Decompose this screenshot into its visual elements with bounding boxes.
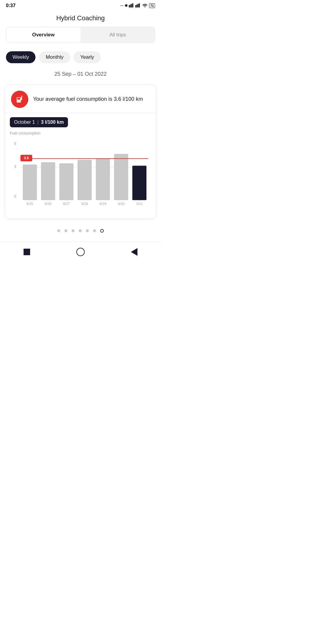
svg-point-12 <box>21 96 22 97</box>
card-description: Your average fuel consumption is 3.6 l/1… <box>33 95 143 103</box>
pagination-dot-2 <box>64 229 67 232</box>
signal-bars-icon <box>129 3 134 8</box>
svg-text:9/27: 9/27 <box>63 202 70 206</box>
circle-icon <box>76 248 85 256</box>
bar-9-25 <box>23 165 37 200</box>
svg-text:9/29: 9/29 <box>100 202 106 206</box>
bluetooth-icon: ✱ <box>125 4 128 8</box>
bar-9-27 <box>59 163 73 200</box>
status-bar: 0:37 ··· ✱ 71 <box>0 0 161 10</box>
page-title: Hybrid Coaching <box>0 10 161 27</box>
bar-9-30 <box>114 154 128 200</box>
wifi-icon <box>142 3 148 8</box>
square-icon <box>24 249 30 255</box>
svg-text:10/1: 10/1 <box>136 202 143 206</box>
svg-text:0: 0 <box>14 194 16 199</box>
tooltip-divider: | <box>37 120 38 125</box>
bar-9-26 <box>41 162 55 200</box>
nav-back-button[interactable] <box>129 247 140 257</box>
fuel-pump-icon <box>15 95 24 104</box>
fuel-icon-circle <box>11 91 28 108</box>
svg-rect-2 <box>131 4 132 7</box>
svg-text:9/26: 9/26 <box>45 202 52 206</box>
svg-rect-7 <box>139 3 140 7</box>
chart-container: Fuel consumption 5 3 0 <box>5 129 156 219</box>
status-icons: ··· ✱ 71 <box>120 3 155 8</box>
bar-9-28 <box>78 160 92 200</box>
pagination-dot-7 <box>100 229 104 233</box>
svg-rect-6 <box>138 4 139 7</box>
card-header: Your average fuel consumption is 3.6 l/1… <box>5 85 156 113</box>
battery-icon: 71 <box>149 3 155 8</box>
period-filter: Weekly Monthly Yearly <box>0 43 161 66</box>
bar-9-29 <box>96 159 110 200</box>
status-time: 0:37 <box>6 3 16 8</box>
svg-text:3: 3 <box>14 164 16 169</box>
pagination-dot-3 <box>72 229 75 232</box>
tooltip-value: 3 l/100 km <box>41 120 64 125</box>
svg-text:9/28: 9/28 <box>81 202 88 206</box>
svg-rect-0 <box>129 5 130 7</box>
tab-switcher: Overview All trips <box>6 27 155 43</box>
signal-dots-icon: ··· <box>120 4 123 8</box>
pagination <box>0 226 161 242</box>
tab-overview[interactable]: Overview <box>6 27 80 43</box>
period-yearly-button[interactable]: Yearly <box>74 51 101 63</box>
fuel-consumption-card: Your average fuel consumption is 3.6 l/1… <box>5 84 156 219</box>
tab-all-trips[interactable]: All trips <box>80 27 155 43</box>
svg-rect-9 <box>17 98 20 100</box>
pagination-dot-1 <box>57 229 60 232</box>
pagination-dot-4 <box>79 229 82 232</box>
bottom-nav <box>0 242 161 264</box>
bar-chart-svg: 5 3 0 <box>10 136 151 213</box>
chart-tooltip: October 1 | 3 l/100 km <box>10 117 68 127</box>
svg-rect-5 <box>137 4 137 7</box>
svg-rect-4 <box>135 5 136 7</box>
tooltip-date: October 1 <box>14 120 35 125</box>
bar-10-1 <box>132 166 146 200</box>
back-arrow-icon <box>131 248 137 256</box>
svg-text:5: 5 <box>14 141 16 146</box>
chart-label: Fuel consumption <box>10 131 151 135</box>
nav-square-button[interactable] <box>21 247 32 257</box>
period-weekly-button[interactable]: Weekly <box>6 51 35 63</box>
chart-svg-wrapper: 5 3 0 <box>10 136 151 214</box>
svg-rect-1 <box>130 4 131 7</box>
pagination-dot-5 <box>86 229 89 232</box>
period-monthly-button[interactable]: Monthly <box>39 51 70 63</box>
svg-text:9/30: 9/30 <box>118 202 125 206</box>
signal-bars2-icon <box>135 3 141 8</box>
nav-home-button[interactable] <box>75 247 86 257</box>
svg-text:9/25: 9/25 <box>27 202 33 206</box>
pagination-dot-6 <box>93 229 96 232</box>
date-range: 25 Sep – 01 Oct 2022 <box>0 66 161 84</box>
svg-rect-3 <box>132 3 133 7</box>
svg-text:3.6: 3.6 <box>24 156 29 160</box>
